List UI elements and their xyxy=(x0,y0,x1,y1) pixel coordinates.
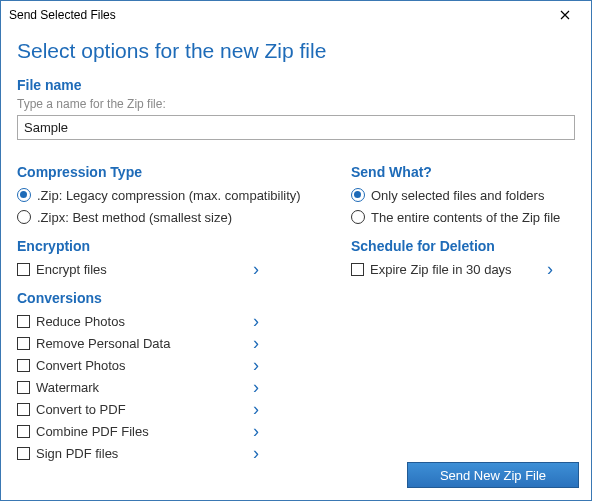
conversion-remove-personal[interactable]: Remove Personal Data xyxy=(17,332,247,354)
send-what-entire[interactable]: The entire contents of the Zip file xyxy=(351,206,575,228)
encrypt-files-checkbox[interactable]: Encrypt files xyxy=(17,258,247,280)
radio-label: .Zip: Legacy compression (max. compatibi… xyxy=(37,188,301,203)
filename-group: File name Type a name for the Zip file: xyxy=(17,77,575,154)
schedule-group: Schedule for Deletion Expire Zip file in… xyxy=(351,238,575,280)
radio-label: The entire contents of the Zip file xyxy=(371,210,560,225)
conversion-watermark[interactable]: Watermark xyxy=(17,376,247,398)
compression-option-zipx[interactable]: .Zipx: Best method (smallest size) xyxy=(17,206,333,228)
conversion-sign-pdf[interactable]: Sign PDF files xyxy=(17,442,247,464)
filename-label: File name xyxy=(17,77,575,93)
dialog-content: Select options for the new Zip file File… xyxy=(1,29,591,474)
send-what-selected[interactable]: Only selected files and folders xyxy=(351,184,575,206)
titlebar: Send Selected Files xyxy=(1,1,591,29)
chevron-right-icon[interactable]: › xyxy=(541,260,559,278)
encryption-label: Encryption xyxy=(17,238,333,254)
checkbox-icon xyxy=(17,447,30,460)
send-what-label: Send What? xyxy=(351,164,575,180)
compression-option-zip[interactable]: .Zip: Legacy compression (max. compatibi… xyxy=(17,184,333,206)
encryption-group: Encryption Encrypt files › xyxy=(17,238,333,280)
radio-label: .Zipx: Best method (smallest size) xyxy=(37,210,232,225)
checkbox-icon xyxy=(17,381,30,394)
checkbox-icon xyxy=(17,263,30,276)
checkbox-label: Convert Photos xyxy=(36,358,126,373)
radio-icon xyxy=(351,210,365,224)
chevron-right-icon[interactable]: › xyxy=(247,334,265,352)
checkbox-icon xyxy=(17,425,30,438)
checkbox-label: Sign PDF files xyxy=(36,446,118,461)
compression-group: Compression Type .Zip: Legacy compressio… xyxy=(17,164,333,228)
radio-icon xyxy=(17,210,31,224)
expire-zip-checkbox[interactable]: Expire Zip file in 30 days xyxy=(351,258,541,280)
radio-icon xyxy=(351,188,365,202)
checkbox-icon xyxy=(17,315,30,328)
filename-hint: Type a name for the Zip file: xyxy=(17,97,575,111)
page-title: Select options for the new Zip file xyxy=(17,39,575,63)
chevron-right-icon[interactable]: › xyxy=(247,400,265,418)
close-button[interactable] xyxy=(545,3,585,27)
close-icon xyxy=(560,10,570,20)
conversions-label: Conversions xyxy=(17,290,333,306)
radio-label: Only selected files and folders xyxy=(371,188,544,203)
conversion-convert-pdf[interactable]: Convert to PDF xyxy=(17,398,247,420)
radio-icon xyxy=(17,188,31,202)
window-title: Send Selected Files xyxy=(9,8,116,22)
conversion-combine-pdf[interactable]: Combine PDF Files xyxy=(17,420,247,442)
checkbox-label: Encrypt files xyxy=(36,262,107,277)
compression-label: Compression Type xyxy=(17,164,333,180)
chevron-right-icon[interactable]: › xyxy=(247,356,265,374)
checkbox-label: Expire Zip file in 30 days xyxy=(370,262,512,277)
conversions-group: Conversions Reduce Photos › Remove Perso… xyxy=(17,290,333,464)
checkbox-icon xyxy=(17,359,30,372)
checkbox-label: Combine PDF Files xyxy=(36,424,149,439)
chevron-right-icon[interactable]: › xyxy=(247,444,265,462)
conversion-convert-photos[interactable]: Convert Photos xyxy=(17,354,247,376)
button-label: Send New Zip File xyxy=(440,468,546,483)
conversion-reduce-photos[interactable]: Reduce Photos xyxy=(17,310,247,332)
chevron-right-icon[interactable]: › xyxy=(247,312,265,330)
send-new-zip-button[interactable]: Send New Zip File xyxy=(407,462,579,488)
checkbox-label: Convert to PDF xyxy=(36,402,126,417)
filename-input[interactable] xyxy=(17,115,575,140)
send-what-group: Send What? Only selected files and folde… xyxy=(351,164,575,228)
schedule-label: Schedule for Deletion xyxy=(351,238,575,254)
chevron-right-icon[interactable]: › xyxy=(247,260,265,278)
checkbox-label: Remove Personal Data xyxy=(36,336,170,351)
chevron-right-icon[interactable]: › xyxy=(247,422,265,440)
checkbox-icon xyxy=(17,337,30,350)
chevron-right-icon[interactable]: › xyxy=(247,378,265,396)
checkbox-icon xyxy=(351,263,364,276)
checkbox-label: Watermark xyxy=(36,380,99,395)
checkbox-label: Reduce Photos xyxy=(36,314,125,329)
checkbox-icon xyxy=(17,403,30,416)
